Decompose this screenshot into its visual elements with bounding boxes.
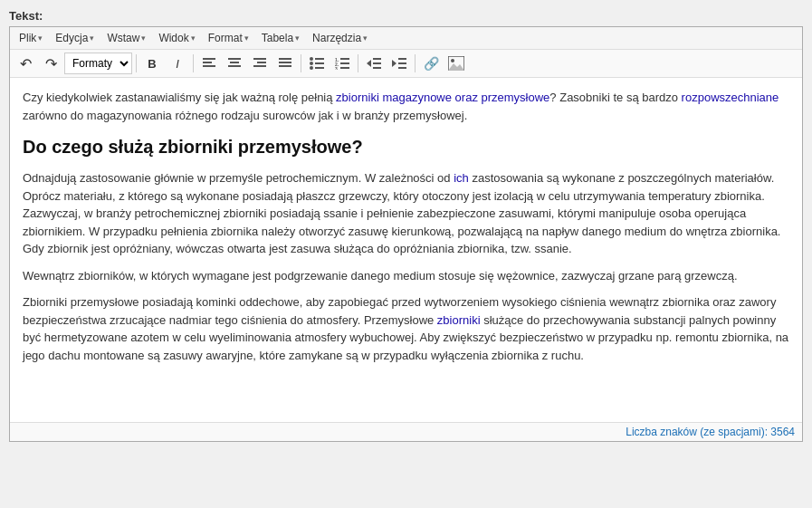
- field-label: Tekst:: [9, 9, 803, 23]
- menu-narzedzia[interactable]: Narzędzia ▾: [307, 29, 373, 47]
- svg-marker-38: [448, 63, 464, 71]
- separator-4: [358, 54, 358, 72]
- link-button[interactable]: 🔗: [419, 53, 443, 74]
- svg-rect-13: [279, 62, 291, 63]
- editor-wrapper: Plik ▾ Edycja ▾ Wstaw ▾ Widok ▾ Format ▾…: [9, 26, 803, 442]
- svg-rect-17: [315, 58, 324, 60]
- list-ordered-button[interactable]: 1.2.3.: [330, 53, 354, 74]
- separator-3: [301, 54, 301, 72]
- svg-point-16: [310, 57, 313, 61]
- menu-edycja-arrow: ▾: [90, 34, 94, 43]
- separator-1: [136, 54, 137, 72]
- svg-rect-19: [315, 62, 324, 64]
- link-zbiorniki-2[interactable]: zbiorniki: [437, 313, 481, 327]
- indent-button[interactable]: [387, 53, 411, 74]
- svg-rect-34: [398, 62, 406, 64]
- svg-rect-8: [253, 58, 266, 60]
- svg-rect-12: [279, 58, 291, 60]
- bold-button[interactable]: B: [140, 53, 164, 74]
- undo-button[interactable]: ↶: [14, 53, 37, 74]
- menu-plik-arrow: ▾: [38, 34, 43, 43]
- svg-rect-0: [203, 58, 215, 60]
- align-left-button[interactable]: [197, 53, 221, 74]
- svg-point-37: [451, 59, 454, 62]
- menu-narzedzia-arrow: ▾: [363, 34, 368, 43]
- svg-rect-35: [398, 67, 406, 69]
- svg-marker-32: [392, 60, 396, 67]
- menu-narzedzia-label: Narzędzia: [312, 32, 361, 44]
- heading-1: Do czego służą zbiorniki przemysłowe?: [23, 133, 789, 160]
- svg-rect-4: [228, 58, 241, 60]
- svg-rect-33: [398, 58, 406, 60]
- svg-rect-29: [373, 58, 381, 60]
- svg-rect-21: [315, 67, 324, 69]
- toolbar: ↶ ↷ Formaty B I: [10, 50, 802, 78]
- menu-format-label: Format: [208, 32, 243, 44]
- link-ich[interactable]: ich: [454, 171, 469, 185]
- menu-tabela-arrow: ▾: [295, 34, 300, 43]
- align-justify-button[interactable]: [273, 53, 297, 74]
- svg-point-20: [310, 66, 313, 70]
- menu-tabela-label: Tabela: [262, 32, 293, 44]
- menu-format-arrow: ▾: [244, 34, 249, 43]
- italic-button[interactable]: I: [166, 53, 189, 74]
- redo-button[interactable]: ↷: [39, 53, 62, 74]
- list-unordered-button[interactable]: [305, 53, 329, 74]
- svg-rect-30: [373, 62, 381, 64]
- menu-format[interactable]: Format ▾: [203, 29, 254, 47]
- svg-rect-23: [340, 58, 349, 60]
- svg-rect-1: [203, 62, 212, 63]
- svg-marker-28: [367, 60, 371, 67]
- menu-widok-arrow: ▾: [191, 34, 196, 43]
- menu-plik[interactable]: Plik ▾: [14, 29, 48, 47]
- paragraph-3: Wewnątrz zbiorników, w których wymagane …: [23, 267, 789, 285]
- menu-wstaw-label: Wstaw: [107, 32, 139, 44]
- svg-rect-27: [340, 67, 349, 69]
- svg-rect-5: [230, 62, 239, 63]
- image-button[interactable]: [444, 53, 468, 74]
- svg-rect-10: [253, 65, 266, 67]
- separator-5: [415, 54, 416, 72]
- outdent-button[interactable]: [362, 53, 386, 74]
- paragraph-4: Zbiorniki przemysłowe posiadają kominki …: [23, 293, 789, 364]
- menu-wstaw[interactable]: Wstaw ▾: [101, 29, 151, 47]
- paragraph-1: Czy kiedykolwiek zastanawialiśmy się jak…: [23, 89, 789, 124]
- link-rozpowszechniane[interactable]: rozpowszechniane: [682, 91, 779, 104]
- svg-rect-14: [279, 65, 291, 67]
- menu-edycja[interactable]: Edycja ▾: [50, 29, 100, 47]
- svg-rect-25: [340, 62, 349, 64]
- svg-rect-9: [257, 62, 266, 63]
- paragraph-2: Odnajdują zastosowanie głównie w przemyś…: [23, 169, 789, 258]
- align-right-button[interactable]: [248, 53, 272, 74]
- format-select[interactable]: Formaty: [64, 53, 132, 74]
- menu-plik-label: Plik: [19, 32, 36, 44]
- menu-edycja-label: Edycja: [55, 32, 88, 44]
- align-center-button[interactable]: [223, 53, 246, 74]
- separator-2: [193, 54, 194, 72]
- menu-widok-label: Widok: [158, 32, 188, 44]
- svg-text:3.: 3.: [335, 66, 339, 70]
- menu-bar: Plik ▾ Edycja ▾ Wstaw ▾ Widok ▾ Format ▾…: [10, 27, 802, 50]
- status-bar: Liczba znaków (ze spacjami): 3564: [10, 422, 802, 441]
- content-area[interactable]: Czy kiedykolwiek zastanawialiśmy się jak…: [10, 78, 802, 422]
- svg-point-18: [310, 62, 313, 65]
- svg-rect-6: [228, 65, 241, 67]
- menu-wstaw-arrow: ▾: [141, 34, 146, 43]
- svg-rect-2: [203, 65, 215, 67]
- link-zbiorniki-1[interactable]: zbiorniki magazynowe oraz przemysłowe: [336, 91, 549, 104]
- svg-rect-31: [373, 67, 381, 69]
- menu-tabela[interactable]: Tabela ▾: [256, 29, 305, 47]
- menu-widok[interactable]: Widok ▾: [153, 29, 200, 47]
- char-count: Liczba znaków (ze spacjami): 3564: [626, 426, 795, 438]
